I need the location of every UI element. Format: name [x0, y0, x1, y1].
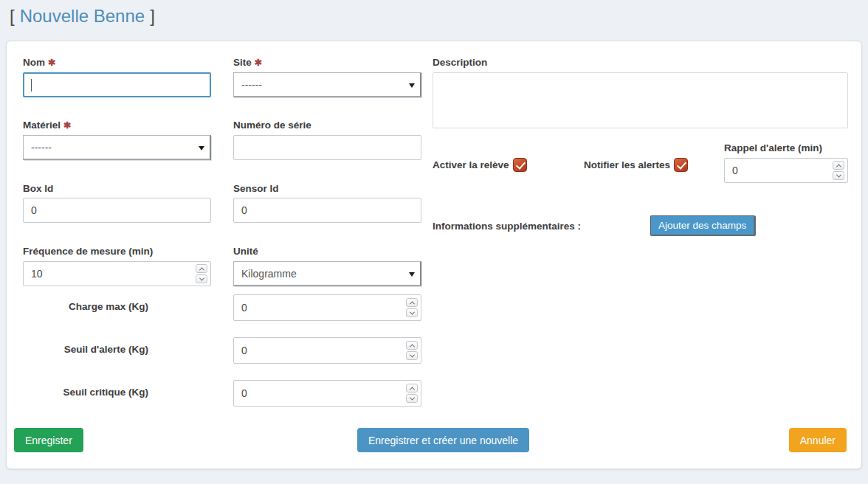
title-bracket-right: ]	[150, 6, 155, 26]
frequence-mesure-label: Fréquence de mesure (min)	[23, 246, 153, 257]
box-id-label: Box Id	[23, 183, 53, 194]
chevron-down-icon	[836, 172, 841, 177]
frequence-mesure-input[interactable]: 10	[23, 261, 211, 286]
sensor-id-label: Sensor Id	[233, 183, 279, 194]
text-cursor	[31, 79, 32, 91]
page-background: { "header": { "bracket_left": "[", "titl…	[0, 0, 868, 484]
chevron-up-icon	[409, 301, 414, 306]
nom-input[interactable]	[23, 72, 211, 97]
spinner-down-button[interactable]	[406, 308, 418, 317]
spinner-up-button[interactable]	[196, 264, 207, 273]
unite-select[interactable]: Kilogramme	[233, 261, 421, 286]
spinner-down-button[interactable]	[406, 394, 418, 403]
page-title: [Nouvelle Benne]	[10, 6, 155, 27]
notifier-alertes-label: Notifier les alertes	[584, 159, 670, 170]
chevron-down-icon	[409, 352, 414, 357]
chevron-up-icon	[409, 387, 414, 392]
sensor-id-input[interactable]	[233, 198, 421, 223]
required-asterisk: ✱	[48, 58, 55, 68]
title-bracket-left: [	[10, 6, 15, 26]
activer-releve-checkbox[interactable]	[513, 158, 527, 172]
enregistrer-button[interactable]: Enregister	[14, 428, 83, 452]
form-card: Nom✱ Site✱ Description ------ Matériel✱ …	[6, 41, 862, 469]
site-select[interactable]: ------	[233, 72, 421, 97]
spinner-up-button[interactable]	[406, 341, 418, 350]
seuil-critique-label: Seuil critique (Kg)	[23, 387, 148, 398]
materiel-select[interactable]: ------	[23, 135, 211, 160]
annuler-button[interactable]: Annuler	[789, 428, 847, 452]
chevron-up-icon	[199, 267, 204, 272]
activer-releve-group: Activer la relève	[433, 158, 527, 172]
seuil-critique-input[interactable]: 0	[233, 380, 421, 407]
description-textarea[interactable]	[433, 72, 848, 128]
charge-max-label: Charge max (Kg)	[23, 301, 148, 312]
charge-max-input[interactable]: 0	[233, 294, 421, 321]
nom-label: Nom✱	[23, 57, 55, 68]
spinner-up-button[interactable]	[406, 298, 418, 307]
notifier-alertes-checkbox[interactable]	[674, 158, 688, 172]
site-label: Site✱	[233, 57, 262, 68]
seuil-alerte-label: Seuil d'alerte (Kg)	[23, 344, 148, 355]
rappel-alerte-label: Rappel d'alerte (min)	[724, 142, 822, 153]
chevron-down-icon	[409, 309, 414, 314]
spinner-down-button[interactable]	[196, 274, 207, 283]
enregistrer-et-creer-button[interactable]: Enregistrer et créer une nouvelle	[357, 428, 529, 452]
chevron-down-icon	[199, 146, 204, 153]
chevron-down-icon	[199, 275, 204, 280]
rappel-alerte-input[interactable]: 0	[724, 158, 848, 183]
materiel-label: Matériel✱	[23, 120, 72, 131]
chevron-up-icon	[409, 344, 414, 349]
ajouter-champs-button[interactable]: Ajouter des champs	[650, 215, 756, 236]
spinner-down-button[interactable]	[833, 171, 844, 180]
box-id-input[interactable]	[23, 198, 211, 223]
chevron-down-icon	[409, 83, 415, 91]
unite-label: Unité	[233, 246, 258, 257]
chevron-down-icon	[409, 395, 414, 400]
spinner-up-button[interactable]	[406, 384, 418, 393]
notifier-alertes-group: Notifier les alertes	[584, 158, 688, 172]
seuil-alerte-input[interactable]: 0	[233, 337, 421, 364]
chevron-up-icon	[836, 164, 841, 169]
activer-releve-label: Activer la relève	[433, 159, 509, 170]
numero-serie-input[interactable]	[233, 135, 421, 160]
spinner-down-button[interactable]	[406, 351, 418, 360]
infos-supplementaires-label: Informations supplémentaires :	[433, 221, 581, 232]
spinner-up-button[interactable]	[833, 161, 844, 170]
chevron-down-icon	[409, 272, 415, 280]
required-asterisk: ✱	[63, 120, 71, 131]
title-text: Nouvelle Benne	[20, 6, 145, 26]
required-asterisk: ✱	[255, 58, 262, 68]
numero-serie-label: Numéro de série	[233, 120, 311, 131]
description-label: Description	[433, 57, 487, 68]
